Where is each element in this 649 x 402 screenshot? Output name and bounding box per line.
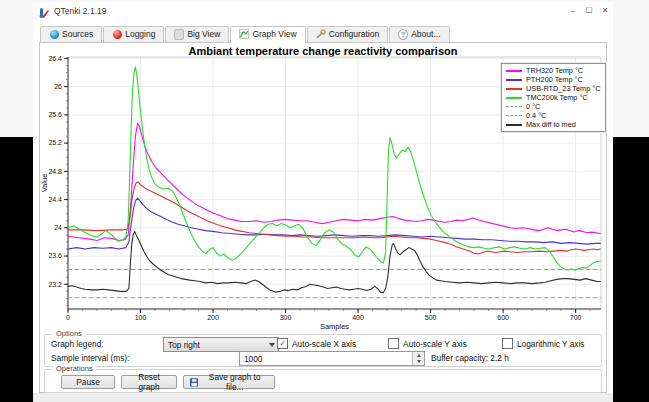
sample-interval-input[interactable] [240, 352, 412, 365]
chart-legend: TRH320 Temp °CPTH200 Temp °CUSB-RTD_23 T… [501, 63, 606, 132]
svg-text:Value: Value [40, 174, 49, 193]
svg-text:24.8: 24.8 [48, 168, 62, 175]
tab-label: Sources [62, 29, 93, 39]
tab-graph-view[interactable]: Graph View [230, 26, 305, 43]
legend-line-sample [506, 97, 522, 99]
save-graph-button[interactable]: Save graph to file... [183, 375, 275, 389]
tab-sources[interactable]: Sources [40, 26, 102, 42]
maximize-button[interactable]: ☐ [581, 3, 597, 18]
legend-label: Max diff to med [526, 120, 576, 129]
sources-icon [49, 29, 59, 39]
autoscale-y-label: Auto-scale Y axis [403, 339, 467, 349]
legend-label: TMC200k Temp °C [526, 93, 588, 102]
logging-icon [112, 29, 122, 39]
chevron-down-icon [269, 343, 275, 347]
spin-down-button[interactable] [413, 359, 424, 366]
svg-text:24: 24 [54, 224, 62, 231]
autoscale-x-checkbox[interactable]: Auto-scale X axis [277, 338, 356, 349]
save-graph-label: Save graph to file... [201, 372, 268, 392]
legend-label: PTH200 Temp °C [526, 75, 583, 84]
tab-label: Graph View [252, 29, 296, 39]
svg-text:500: 500 [425, 314, 437, 321]
options-groupbox-label: Options [53, 329, 85, 338]
legend-label: TRH320 Temp °C [526, 66, 583, 75]
sample-interval-label: Sample interval (ms): [51, 353, 129, 363]
svg-text:26: 26 [54, 83, 62, 90]
legend-line-sample [506, 70, 522, 72]
legend-item: PTH200 Temp °C [502, 75, 605, 84]
svg-text:25.2: 25.2 [48, 139, 62, 146]
svg-text:26.4: 26.4 [48, 55, 62, 62]
autoscale-y-checkbox[interactable]: Auto-scale Y axis [388, 338, 467, 349]
window-controls: – ☐ ✕ [565, 3, 613, 18]
svg-text:25.6: 25.6 [48, 111, 62, 118]
legend-item: TMC200k Temp °C [502, 93, 605, 102]
titlebar: QTenki 2.1.19 – ☐ ✕ [33, 2, 613, 19]
legend-item: Max diff to med [502, 120, 605, 129]
tab-big-view[interactable]: Big View [165, 26, 229, 42]
tab-about[interactable]: ?About... [389, 26, 449, 42]
legend-line-sample [506, 124, 522, 126]
close-button[interactable]: ✕ [597, 3, 613, 18]
legend-label: 0 °C [526, 102, 540, 111]
svg-text:300: 300 [280, 314, 292, 321]
legend-item: 0.4 °C [502, 111, 605, 120]
tab-bar: SourcesLoggingBig ViewGraph ViewConfigur… [40, 24, 613, 42]
legend-line-sample [506, 79, 522, 81]
checkbox-icon [388, 338, 399, 349]
app-window: QTenki 2.1.19 – ☐ ✕ SourcesLoggingBig Vi… [33, 2, 613, 400]
pause-button[interactable]: Pause [61, 375, 115, 389]
window-bottom-edge [33, 393, 613, 402]
operations-groupbox: Operations Pause Reset graph Save graph … [44, 369, 602, 393]
window-title: QTenki 2.1.19 [54, 6, 106, 16]
svg-text:23.6: 23.6 [48, 252, 62, 259]
graph-legend-select[interactable]: Top right [163, 337, 279, 352]
legend-item: USB-RTD_23 Temp °C [502, 84, 605, 93]
tab-logging[interactable]: Logging [103, 26, 164, 42]
logarithmic-y-label: Logarithmic Y axis [517, 339, 585, 349]
buffer-capacity-text: Buffer capacity: 2.2 h [431, 353, 509, 363]
svg-text:23.2: 23.2 [48, 281, 62, 288]
options-groupbox: Options Graph legend: Top right Auto-sca… [44, 334, 602, 367]
checkbox-icon [502, 338, 513, 349]
tab-label: Logging [125, 29, 155, 39]
svg-text:200: 200 [207, 314, 219, 321]
tab-label: Big View [187, 29, 220, 39]
legend-line-sample [506, 106, 522, 107]
graph-legend-label: Graph legend: [51, 339, 104, 349]
graph-view-icon [239, 29, 249, 39]
tab-label: Configuration [329, 29, 380, 39]
legend-item: 0 °C [502, 102, 605, 111]
tab-label: About... [411, 29, 440, 39]
svg-text:0: 0 [66, 314, 70, 321]
reset-graph-button[interactable]: Reset graph [121, 375, 177, 389]
legend-label: USB-RTD_23 Temp °C [526, 84, 600, 93]
svg-text:Samples: Samples [320, 322, 349, 331]
app-icon [38, 5, 50, 17]
operations-groupbox-label: Operations [53, 364, 96, 373]
svg-text:400: 400 [352, 314, 364, 321]
sample-interval-spinbox [239, 351, 425, 366]
about-icon: ? [398, 29, 408, 39]
legend-line-sample [506, 88, 522, 90]
checkbox-icon [277, 338, 288, 349]
legend-line-sample [506, 115, 522, 116]
logarithmic-y-checkbox[interactable]: Logarithmic Y axis [502, 338, 585, 349]
save-icon [190, 378, 198, 387]
big-view-icon [174, 29, 184, 39]
tab-configuration[interactable]: Configuration [307, 26, 389, 42]
graph-legend-selected-value: Top right [168, 340, 200, 350]
svg-text:700: 700 [570, 314, 582, 321]
svg-text:100: 100 [135, 314, 147, 321]
svg-text:24.4: 24.4 [48, 196, 62, 203]
legend-label: 0.4 °C [526, 111, 546, 120]
minimize-button[interactable]: – [565, 3, 581, 18]
autoscale-x-label: Auto-scale X axis [292, 339, 356, 349]
legend-item: TRH320 Temp °C [502, 66, 605, 75]
graph-view-page: Ambiant temperature change reactivity co… [39, 42, 607, 393]
svg-text:600: 600 [497, 314, 509, 321]
configuration-icon [316, 29, 326, 39]
spinner-buttons [412, 352, 424, 365]
